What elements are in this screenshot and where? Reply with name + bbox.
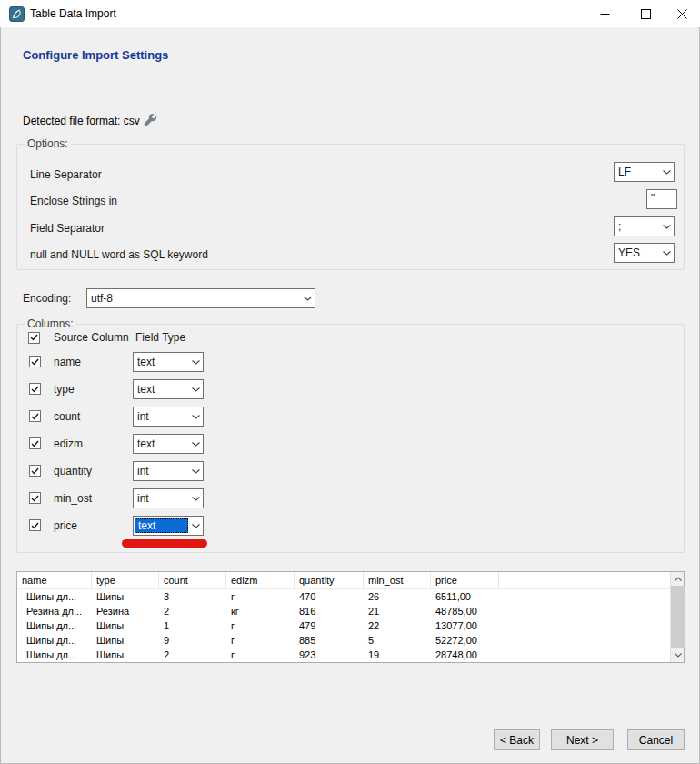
field-type-select[interactable]: int bbox=[133, 488, 204, 508]
enclose-strings-label: Enclose Strings in bbox=[30, 195, 117, 207]
table-cell: Шипы bbox=[92, 589, 159, 604]
field-type-value: int bbox=[134, 409, 188, 424]
chevron-down-icon bbox=[188, 360, 203, 365]
column-checkbox[interactable] bbox=[29, 437, 41, 449]
annotation-red-underline bbox=[122, 539, 207, 548]
field-type-select[interactable]: int bbox=[133, 461, 204, 481]
null-keyword-select[interactable]: YES bbox=[614, 243, 675, 263]
table-cell: кг bbox=[226, 604, 295, 618]
enclose-strings-input[interactable]: " bbox=[646, 189, 677, 209]
table-cell bbox=[499, 618, 670, 633]
detected-file-format-label: Detected file format: csv bbox=[23, 115, 140, 127]
encoding-value: utf-8 bbox=[87, 291, 300, 306]
line-separator-value: LF bbox=[615, 165, 659, 179]
preview-column-header[interactable]: type bbox=[92, 572, 159, 589]
column-checkbox[interactable] bbox=[29, 492, 41, 504]
column-row: type text bbox=[17, 376, 684, 403]
mysql-workbench-icon bbox=[9, 6, 25, 22]
scrollbar-thumb[interactable] bbox=[671, 586, 685, 648]
table-cell: Шипы bbox=[92, 633, 159, 648]
preview-column-header[interactable]: min_ost bbox=[364, 572, 431, 589]
column-checkbox[interactable] bbox=[29, 383, 41, 395]
column-name-label: type bbox=[54, 383, 75, 396]
table-cell: 52272,00 bbox=[431, 633, 499, 648]
table-cell: Шипы дл... bbox=[17, 633, 92, 648]
field-type-value: text bbox=[134, 355, 188, 369]
table-cell bbox=[499, 604, 670, 618]
table-cell: 479 bbox=[295, 618, 364, 633]
close-button[interactable] bbox=[662, 0, 700, 27]
chevron-down-icon bbox=[188, 415, 203, 419]
table-cell: 9 bbox=[159, 633, 226, 648]
preview-column-header[interactable] bbox=[499, 572, 670, 589]
back-button[interactable]: < Back bbox=[494, 729, 540, 750]
field-type-value: text bbox=[134, 437, 188, 451]
column-checkbox[interactable] bbox=[29, 465, 41, 477]
minimize-button[interactable] bbox=[585, 0, 625, 27]
preview-column-header[interactable]: quantity bbox=[295, 572, 364, 589]
scroll-up-icon[interactable] bbox=[671, 572, 685, 586]
table-row[interactable]: Шипы дл...Шипы3г470266511,00 bbox=[17, 589, 670, 604]
field-type-select[interactable]: text bbox=[133, 352, 204, 372]
table-cell: 2 bbox=[159, 648, 226, 662]
chevron-down-icon bbox=[188, 469, 203, 474]
table-row[interactable]: Резина дл...Резина2кг8162148785,00 bbox=[17, 604, 670, 618]
line-separator-select[interactable]: LF bbox=[614, 162, 675, 182]
table-cell: 5 bbox=[364, 633, 431, 648]
column-name-label: price bbox=[54, 519, 77, 532]
table-cell: Шипы дл... bbox=[17, 648, 92, 662]
next-button[interactable]: Next > bbox=[551, 729, 614, 750]
maximize-button[interactable] bbox=[625, 0, 666, 27]
table-row[interactable]: Шипы дл...Шипы2г9231928748,00 bbox=[17, 648, 670, 662]
column-row: quantity int bbox=[17, 457, 684, 485]
preview-body: Шипы дл...Шипы3г470266511,00Резина дл...… bbox=[17, 589, 670, 662]
field-type-select[interactable]: text bbox=[133, 434, 204, 454]
table-row[interactable]: Шипы дл...Шипы9г885552272,00 bbox=[17, 633, 670, 648]
field-separator-value: ; bbox=[615, 219, 659, 234]
chevron-down-icon bbox=[659, 225, 674, 229]
column-row: price text bbox=[17, 512, 684, 539]
wrench-icon[interactable] bbox=[142, 112, 158, 128]
cancel-button[interactable]: Cancel bbox=[627, 729, 685, 750]
chevron-down-icon bbox=[659, 170, 674, 175]
column-checkbox[interactable] bbox=[29, 519, 41, 531]
table-cell: Шипы дл... bbox=[17, 618, 92, 633]
table-cell: г bbox=[226, 648, 295, 662]
field-type-select[interactable]: text bbox=[133, 516, 204, 536]
preview-column-header[interactable]: price bbox=[431, 572, 499, 589]
table-cell: 885 bbox=[295, 633, 364, 648]
column-checkbox[interactable] bbox=[29, 410, 41, 422]
select-all-checkbox[interactable] bbox=[28, 332, 40, 344]
encoding-select[interactable]: utf-8 bbox=[86, 288, 315, 308]
table-cell: Шипы bbox=[92, 618, 159, 633]
data-preview-table[interactable]: nametypecountedizmquantitymin_ostprice Ш… bbox=[16, 571, 685, 663]
table-cell: 13077,00 bbox=[431, 618, 499, 633]
table-cell: 3 bbox=[159, 589, 226, 604]
preview-column-header[interactable]: edizm bbox=[226, 572, 295, 589]
field-type-value: int bbox=[134, 491, 188, 506]
field-type-value: int bbox=[134, 464, 188, 478]
preview-column-header[interactable]: name bbox=[17, 572, 92, 589]
field-separator-select[interactable]: ; bbox=[614, 216, 675, 236]
table-cell: 923 bbox=[295, 648, 364, 662]
column-rows: name text type text count int bbox=[17, 348, 684, 539]
scroll-down-icon[interactable] bbox=[671, 648, 685, 662]
chevron-down-icon bbox=[188, 524, 203, 528]
table-row[interactable]: Шипы дл...Шипы1г4792213077,00 bbox=[17, 618, 670, 633]
titlebar[interactable]: Table Data Import bbox=[0, 0, 700, 27]
table-cell: Резина bbox=[92, 604, 159, 618]
column-checkbox[interactable] bbox=[29, 356, 41, 367]
field-type-select[interactable]: text bbox=[133, 379, 204, 399]
preview-column-header[interactable]: count bbox=[159, 572, 226, 589]
table-cell bbox=[499, 589, 670, 604]
chevron-down-icon bbox=[300, 297, 315, 301]
field-type-select[interactable]: int bbox=[133, 407, 204, 427]
null-keyword-label: null and NULL word as SQL keyword bbox=[30, 248, 208, 261]
vertical-scrollbar[interactable] bbox=[670, 572, 684, 662]
field-separator-label: Field Separator bbox=[30, 222, 105, 235]
column-row: edizm text bbox=[17, 430, 684, 457]
options-legend: Options: bbox=[25, 137, 71, 150]
encoding-label: Encoding: bbox=[23, 292, 71, 305]
table-cell: 19 bbox=[364, 648, 431, 662]
table-cell: 470 bbox=[295, 589, 364, 604]
